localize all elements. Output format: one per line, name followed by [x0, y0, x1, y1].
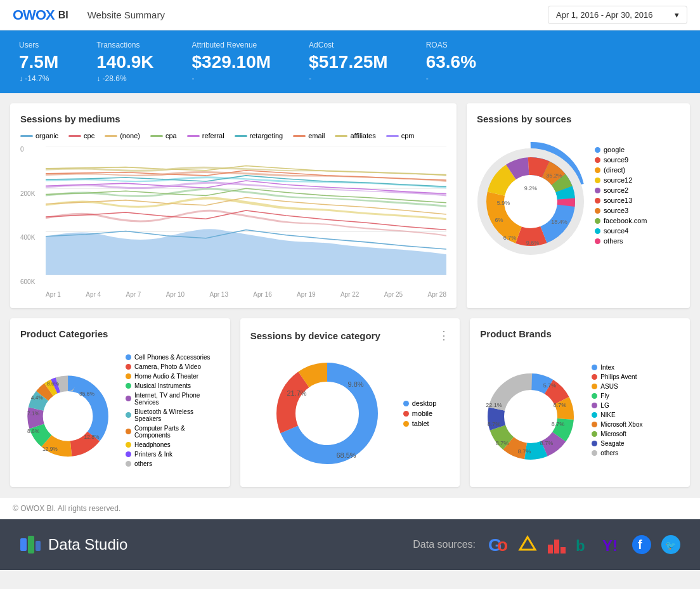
svg-text:8.7%: 8.7%: [518, 448, 531, 455]
sessions-by-sources-card: Sessions by sources: [467, 103, 690, 308]
x-axis: Apr 1Apr 4Apr 7Apr 10Apr 13 Apr 16Apr 19…: [46, 291, 446, 298]
categories-donut-container: 35.6% 12.8% 12.9% 8.6% 7.1% 4.4% 8.6% Ce…: [20, 347, 220, 474]
svg-text:68.5%: 68.5%: [336, 451, 356, 459]
svg-text:35.2%: 35.2%: [546, 172, 562, 179]
categories-legend: Cell Phones & Accessories Camera, Photo …: [126, 354, 220, 467]
svg-rect-74: [561, 547, 566, 553]
svg-text:8.6%: 8.6%: [27, 428, 40, 434]
metrics-bar: Users 7.5M -14.7% Transactions 140.9K -2…: [0, 30, 700, 93]
bing-icon: b: [576, 534, 593, 555]
svg-text:8.7%: 8.7%: [540, 440, 554, 446]
sources-legend: google source9 (direct) source12 source2…: [595, 146, 647, 245]
device-legend: desktop mobile tablet: [403, 399, 437, 427]
data-studio-bar: Data Studio Data sources: G o b Y! f: [0, 519, 700, 570]
svg-rect-72: [548, 545, 553, 553]
footer-copyright: © OWOX BI. All rights reserved.: [0, 497, 700, 519]
metric-adcost-change: -: [309, 74, 388, 83]
metric-roas-label: ROAS: [426, 41, 476, 49]
svg-text:o: o: [497, 535, 508, 555]
metric-roas: ROAS 63.6% -: [426, 41, 476, 83]
svg-rect-66: [20, 538, 27, 551]
analytics-icon: [547, 534, 567, 555]
data-studio-name: Data Studio: [48, 536, 127, 553]
svg-text:35.6%: 35.6%: [79, 391, 94, 397]
svg-text:8.7%: 8.7%: [552, 421, 565, 427]
svg-text:8.7%: 8.7%: [488, 421, 501, 427]
svg-text:8.6%: 8.6%: [47, 380, 60, 387]
metric-revenue: Attributed Revenue $329.10M -: [192, 41, 271, 83]
device-donut-chart: 68.5% 21.7% 9.8%: [264, 350, 391, 477]
data-studio-icon: [19, 533, 42, 556]
data-sources-label: Data sources:: [413, 539, 476, 550]
metric-transactions-label: Transactions: [96, 41, 153, 49]
sources-donut-container: 9.2% 35.2% 18.4% 9.6% 6.7% 6% 5.9% googl…: [477, 132, 680, 259]
top-bar: OWOX BI Website Summary Apr 1, 2016 - Ap…: [0, 0, 700, 30]
chevron-down-icon: ▾: [675, 10, 679, 20]
sessions-by-device-card: Sessions by device category ⋮ 68.5% 21.7…: [240, 318, 460, 487]
data-studio-logo: Data Studio: [19, 533, 127, 556]
metric-transactions-change: -28.6%: [96, 74, 153, 83]
metric-roas-value: 63.6%: [426, 52, 476, 72]
svg-text:8.7%: 8.7%: [554, 402, 567, 408]
metric-adcost-label: AdCost: [309, 41, 388, 49]
product-categories-title: Product Categories: [20, 328, 220, 339]
bottom-row: Product Categories: [0, 308, 700, 497]
twitter-icon: 🐦: [661, 534, 681, 555]
facebook-icon: f: [632, 534, 652, 555]
sessions-by-sources-title: Sessions by sources: [477, 113, 680, 124]
sessions-by-mediums-card: Sessions by mediums organic cpc (none) c…: [10, 103, 457, 308]
metric-revenue-value: $329.10M: [192, 52, 271, 72]
metric-users-label: Users: [19, 41, 58, 49]
metric-adcost-value: $517.25M: [309, 52, 388, 72]
svg-text:Y!: Y!: [602, 537, 618, 554]
svg-text:🐦: 🐦: [665, 540, 677, 551]
brands-donut-container: 5.7% 8.7% 8.7% 8.7% 8.7% 8.7% 8.7% 22.1%…: [480, 347, 680, 474]
logo-bi: BI: [58, 10, 68, 21]
chart-legend: organic cpc (none) cpa referral retarget…: [20, 132, 446, 139]
logo: OWOX BI: [13, 7, 68, 23]
sources-donut-chart: 9.2% 35.2% 18.4% 9.6% 6.7% 6% 5.9%: [477, 132, 585, 259]
yahoo-icon: Y!: [602, 534, 623, 555]
svg-text:f: f: [638, 538, 642, 552]
metric-adcost: AdCost $517.25M -: [309, 41, 388, 83]
svg-text:7.1%: 7.1%: [27, 410, 40, 417]
svg-text:8.7%: 8.7%: [496, 440, 509, 446]
metric-transactions: Transactions 140.9K -28.6%: [96, 41, 153, 83]
area-chart: 600K400K200K0: [20, 146, 446, 298]
svg-text:6.7%: 6.7%: [503, 235, 517, 241]
svg-text:5.7%: 5.7%: [543, 382, 557, 389]
svg-text:12.9%: 12.9%: [42, 446, 58, 452]
svg-text:6%: 6%: [495, 217, 503, 223]
product-brands-title: Product Brands: [480, 328, 680, 339]
product-categories-card: Product Categories: [10, 318, 230, 487]
date-range-label: Apr 1, 2016 - Apr 30, 2016: [556, 10, 653, 20]
svg-rect-68: [36, 541, 41, 551]
google-ads-icon: [517, 534, 538, 555]
date-range-picker[interactable]: Apr 1, 2016 - Apr 30, 2016 ▾: [548, 6, 687, 24]
metric-roas-change: -: [426, 74, 476, 83]
google-icon: G o: [488, 534, 509, 555]
sessions-by-mediums-title: Sessions by mediums: [20, 113, 446, 124]
page-title: Website Summary: [88, 10, 165, 20]
metric-revenue-label: Attributed Revenue: [192, 41, 271, 49]
svg-text:5.9%: 5.9%: [497, 200, 510, 206]
svg-text:21.7%: 21.7%: [287, 389, 306, 397]
svg-text:b: b: [576, 537, 585, 554]
metric-revenue-change: -: [192, 74, 271, 83]
metric-users: Users 7.5M -14.7%: [19, 41, 58, 83]
svg-marker-71: [520, 537, 535, 550]
svg-rect-73: [554, 540, 559, 553]
brands-donut-chart: 5.7% 8.7% 8.7% 8.7% 8.7% 8.7% 8.7% 22.1%: [480, 347, 581, 474]
svg-text:22.1%: 22.1%: [486, 402, 503, 408]
brands-legend: Intex Philips Avent ASUS Fly LG NIKE Mic…: [592, 364, 642, 456]
svg-text:18.4%: 18.4%: [551, 219, 567, 225]
svg-text:12.8%: 12.8%: [84, 434, 100, 440]
svg-text:9.8%: 9.8%: [347, 380, 363, 388]
product-brands-card: Product Brands: [470, 318, 690, 487]
logo-owox: OWOX: [13, 7, 55, 23]
data-sources-section: Data sources: G o b Y! f: [413, 534, 681, 555]
metric-users-value: 7.5M: [19, 52, 58, 72]
metric-transactions-value: 140.9K: [96, 52, 153, 72]
svg-text:9.2%: 9.2%: [524, 185, 538, 191]
more-options-icon[interactable]: ⋮: [438, 328, 450, 342]
